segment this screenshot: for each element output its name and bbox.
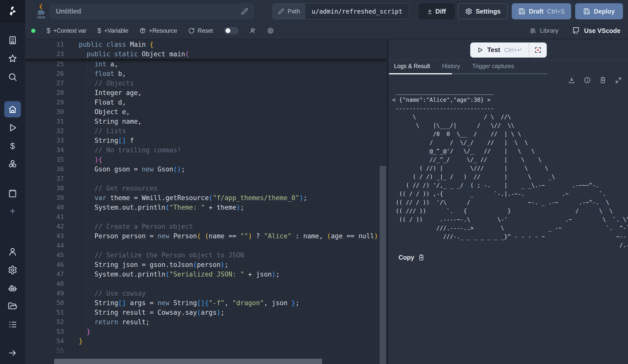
- sidebar-item-star[interactable]: [0, 51, 25, 67]
- tab-history[interactable]: History: [442, 60, 460, 70]
- person-icon: [8, 247, 17, 256]
- library-label: Library: [540, 27, 558, 34]
- line-number: 35: [25, 155, 64, 164]
- deploy-button[interactable]: Deploy: [575, 3, 623, 19]
- line-number: 38: [25, 184, 64, 193]
- sidebar-item-calendar[interactable]: [0, 185, 25, 201]
- sidebar-item-plus[interactable]: +: [0, 203, 25, 219]
- sidebar-item-list[interactable]: [0, 316, 25, 333]
- tabbar-underline: [452, 73, 547, 74]
- add-variable-button[interactable]: $ +Variable: [97, 27, 128, 35]
- line-number: 23: [25, 49, 64, 59]
- use-vscode-button[interactable]: Use VScode: [572, 27, 620, 34]
- add-resource-button[interactable]: +Resource: [139, 27, 177, 34]
- line-number: 11: [25, 40, 64, 49]
- code-text: ){: [64, 155, 102, 164]
- code-text: float b,: [64, 69, 126, 78]
- code-line: 46 String json = gson.toJson(person);: [25, 260, 387, 269]
- tab-trigger-captures[interactable]: Trigger captures: [472, 60, 514, 70]
- multiplayer-button[interactable]: [250, 27, 256, 34]
- line-number: 55: [25, 346, 64, 355]
- code-line: 49 // Use cowsay: [25, 289, 387, 298]
- line-number: 45: [25, 250, 64, 260]
- code-text: // Lists: [64, 126, 126, 136]
- draft-button[interactable]: Draft Ctrl+S: [512, 3, 571, 19]
- info-icon[interactable]: [584, 77, 591, 84]
- tab-logs-result[interactable]: Logs & Result: [394, 60, 430, 70]
- vertical-scrollbar-thumb[interactable]: [380, 166, 386, 364]
- code-line: 34 // No trailing commas!: [25, 145, 387, 155]
- script-title-input[interactable]: Untitled: [50, 3, 254, 19]
- sidebar-item-folder[interactable]: [0, 298, 25, 314]
- add-context-var-button[interactable]: $ +Context var: [47, 27, 86, 35]
- gear-icon: [267, 27, 274, 34]
- capture-test-button[interactable]: [529, 42, 547, 58]
- add-resource-label: +Resource: [149, 27, 177, 34]
- diff-button[interactable]: ± Diff: [419, 3, 455, 19]
- editor-settings-button[interactable]: [267, 27, 274, 34]
- copy-result-button[interactable]: Copy: [399, 254, 628, 261]
- code-text: String[] f: [64, 136, 134, 145]
- horizontal-scrollbar-thumb[interactable]: [54, 359, 322, 364]
- reset-button[interactable]: Reset: [188, 27, 213, 34]
- code-line: 52 return result;: [25, 317, 387, 327]
- copy-label: Copy: [399, 254, 414, 261]
- arrow-right-icon: [8, 348, 17, 358]
- line-number: 54: [25, 336, 64, 346]
- code-line: 31 String name,: [25, 117, 387, 126]
- line-number: 30: [25, 107, 64, 117]
- clipboard-copy-icon[interactable]: [599, 77, 606, 84]
- path-value-segment[interactable]: u/admin/refreshed_script: [305, 4, 408, 19]
- code-text: [64, 279, 79, 289]
- code-line: 36 Gson gson = new Gson();: [25, 164, 387, 174]
- code-editor[interactable]: 11public class Main {23 public static Ob…: [25, 40, 387, 364]
- run-panel: Test Ctrl+↵ Logs & Result History Trigge…: [389, 40, 628, 364]
- play-icon: [8, 123, 17, 132]
- sidebar-item-gear[interactable]: [0, 262, 25, 278]
- code-text: Object e,: [64, 107, 130, 117]
- dollar-icon: $: [97, 27, 101, 35]
- code-text: // Get resources: [64, 184, 158, 193]
- code-text: // Create a Person object: [64, 222, 193, 231]
- line-number: 29: [25, 98, 64, 107]
- folder-icon: [8, 302, 17, 311]
- sidebar-item-arrow-right[interactable]: [0, 345, 25, 361]
- library-button[interactable]: Library: [530, 27, 558, 34]
- code-text: String[] args = new String[]{"-f", "drag…: [64, 298, 299, 308]
- star-icon: [8, 54, 17, 63]
- sidebar-item-home[interactable]: [0, 101, 25, 117]
- play-icon: [477, 47, 483, 53]
- panel-divider[interactable]: [387, 40, 389, 364]
- expand-icon[interactable]: [615, 77, 622, 84]
- code-text: // No trailing commas!: [64, 145, 181, 155]
- run-panel-header: Test Ctrl+↵: [389, 40, 628, 60]
- line-number: 31: [25, 117, 64, 126]
- building-icon: [8, 35, 17, 45]
- gear-icon: [8, 265, 17, 275]
- save-icon: [583, 8, 590, 15]
- code-line: 33 String[] f: [25, 136, 387, 145]
- sidebar-item-dollar[interactable]: $: [0, 138, 25, 154]
- sidebar-item-building[interactable]: [0, 32, 25, 48]
- settings-button[interactable]: Settings: [458, 3, 508, 19]
- test-button-group: Test Ctrl+↵: [470, 42, 547, 58]
- sidebar-item-cubes[interactable]: [0, 156, 25, 172]
- windmill-logo[interactable]: [0, 0, 25, 23]
- sidebar-item-person[interactable]: [0, 244, 25, 260]
- path-field[interactable]: Path u/admin/refreshed_script: [272, 3, 409, 19]
- path-label-segment[interactable]: Path: [272, 4, 305, 19]
- code-text: [64, 241, 79, 250]
- edit-title-pencil-icon[interactable]: [241, 8, 248, 15]
- sidebar-item-search[interactable]: [0, 69, 25, 85]
- result-tabbar: Logs & Result History Trigger captures: [389, 60, 628, 74]
- code-line: 25 int a,: [25, 59, 387, 69]
- sidebar-item-play[interactable]: [0, 120, 25, 136]
- line-number: 32: [25, 126, 64, 136]
- code-line: 11public class Main {: [25, 40, 387, 49]
- diff-mode-toggle[interactable]: [224, 27, 239, 34]
- code-text: // Serialize the Person object to JSON: [64, 250, 244, 260]
- test-button[interactable]: Test Ctrl+↵: [470, 46, 529, 54]
- code-text: String json = gson.toJson(person);: [64, 260, 228, 269]
- download-icon[interactable]: [568, 77, 575, 84]
- sidebar-item-robot[interactable]: [0, 280, 25, 296]
